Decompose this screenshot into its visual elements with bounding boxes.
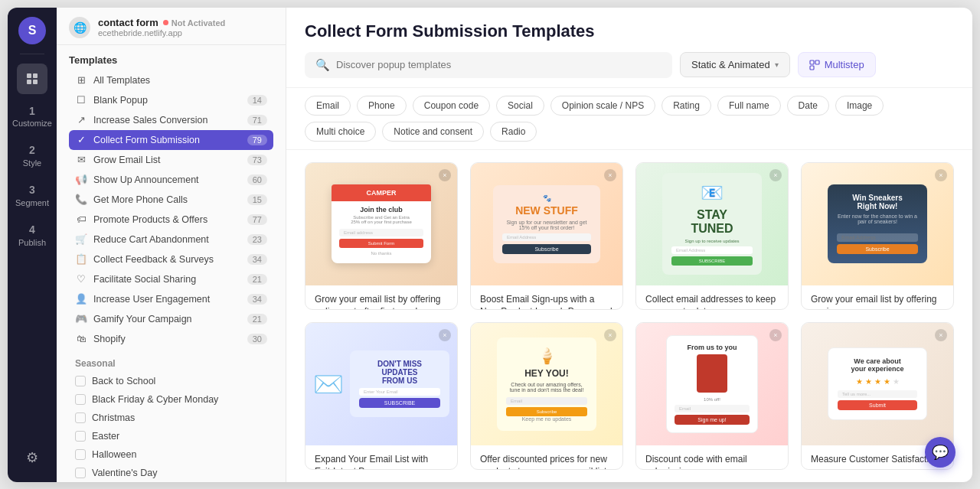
template-title-measure: Measure Customer Satisfaction	[811, 453, 944, 466]
filter-social[interactable]: Social	[496, 96, 544, 116]
settings-nav[interactable]: ⚙	[17, 442, 47, 473]
close-icon: ×	[935, 329, 947, 341]
template-preview-heyou: × 🍦 HEY YOU! Check out our amazing offer…	[471, 323, 622, 445]
fromus-mock: From us to you 10% off! Email Sign me up…	[666, 335, 758, 433]
template-card-exitintent[interactable]: × ✉️ DON'T MISSUPDATESFROM US Enter Your…	[305, 322, 458, 470]
easter-checkbox[interactable]	[75, 431, 86, 442]
sidebar-item-all-templates[interactable]: ⊞ All Templates	[69, 70, 273, 90]
fromus-image	[697, 354, 727, 393]
sidebar-item-engagement[interactable]: 👤 Increase User Engagement 34	[69, 289, 273, 309]
christmas-checkbox[interactable]	[75, 412, 86, 423]
filter-nps[interactable]: Opinion scale / NPS	[550, 96, 655, 116]
gear-icon: ⚙	[26, 449, 38, 466]
star-row: ★ ★ ★ ★ ★	[838, 377, 917, 386]
newstuff-mock: 🐾 NEW STUFF Sign up for our newsletter a…	[493, 185, 600, 263]
template-title-newstuff: Boost Email Sign-ups with a New Product …	[480, 293, 613, 310]
template-info-fromus: Discount code with email submission	[636, 445, 788, 470]
multistep-label: Multistep	[825, 59, 864, 70]
announce-icon: 📢	[75, 174, 87, 186]
site-url: ecethebride.netlify.app	[98, 28, 273, 37]
template-preview-fromus: × From us to you 10% off! Email Sign me …	[636, 323, 788, 445]
main-content: Collect Form Submission Templates 🔍 Stat…	[286, 8, 972, 482]
svg-rect-4	[810, 66, 814, 70]
heyou-mock: 🍦 HEY YOU! Check out our amazing offers,…	[497, 337, 596, 431]
filter-multichoice[interactable]: Multi choice	[305, 122, 376, 142]
template-info-exitintent: Expand Your Email List with Exit-Intent …	[305, 445, 457, 470]
sidebar-item-gamify[interactable]: 🎮 Gamify Your Campaign 21	[69, 309, 273, 329]
gamify-icon: 🎮	[75, 313, 87, 325]
sidebar-item-social[interactable]: ♡ Facilitate Social Sharing 21	[69, 269, 273, 289]
svg-rect-3	[815, 60, 819, 64]
sidebar-main-section: Templates ⊞ All Templates ☐ Blank Popup …	[57, 45, 286, 352]
sidebar-item-blank-popup[interactable]: ☐ Blank Popup 14	[69, 90, 273, 110]
template-preview-newstuff: × 🐾 NEW STUFF Sign up for our newsletter…	[471, 163, 622, 285]
sidebar-item-announcement[interactable]: 📢 Show Up Announcement 60	[69, 170, 273, 190]
phone-icon: 📞	[75, 194, 87, 206]
search-bar[interactable]: 🔍	[305, 52, 672, 78]
sidebar-item-collect-form[interactable]: ✓ Collect Form Submission 79	[69, 130, 273, 150]
left-navigation: S 1 Customize 2 Style 3 Segment 4 Publis…	[8, 8, 57, 482]
filter-date[interactable]: Date	[787, 96, 829, 116]
sidebar-item-grow-email[interactable]: ✉ Grow Email List 73	[69, 150, 273, 170]
halloween-checkbox[interactable]	[75, 449, 86, 460]
blank-icon: ☐	[75, 94, 87, 106]
template-title-staytuned: Collect email addresses to keep users up…	[645, 293, 779, 310]
template-preview-staytuned: × 📧 STAYTUNED Sign up to receive updates…	[636, 163, 788, 285]
measure-mock: We care aboutyour experience ★ ★ ★ ★ ★ T…	[828, 347, 927, 420]
step-3-segment[interactable]: 3 Segment	[11, 179, 54, 213]
black-friday-checkbox[interactable]	[75, 394, 86, 405]
template-grid: × CAMPER Join the club Subscribe and Get…	[286, 150, 972, 482]
template-title-camper: Grow your email list by offering a disco…	[315, 293, 448, 310]
filter-email[interactable]: Email	[305, 96, 351, 116]
step-4-publish[interactable]: 4 Publish	[14, 219, 51, 253]
filter-coupon[interactable]: Coupon code	[413, 96, 490, 116]
search-input[interactable]	[336, 59, 662, 70]
sidebar-item-increase-sales[interactable]: ↗ Increase Sales Conversion 71	[69, 110, 273, 130]
template-card-staytuned[interactable]: × 📧 STAYTUNED Sign up to receive updates…	[635, 162, 789, 310]
template-card-camper[interactable]: × CAMPER Join the club Subscribe and Get…	[305, 162, 458, 310]
chevron-down-icon: ▾	[775, 60, 779, 69]
template-card-heyou[interactable]: × 🍦 HEY YOU! Check out our amazing offer…	[470, 322, 623, 470]
template-card-sneakers[interactable]: × Win SneakersRight Now! Enter now for t…	[801, 162, 954, 310]
chat-bubble[interactable]: 💬	[925, 437, 956, 468]
valentines-checkbox[interactable]	[75, 468, 86, 478]
sidebar-item-cart[interactable]: 🛒 Reduce Cart Abandonment 23	[69, 230, 273, 249]
status-dot	[163, 20, 168, 25]
star-icon: ★	[865, 377, 872, 386]
sidebar-item-promote[interactable]: 🏷 Promote Products & Offers 77	[69, 210, 273, 230]
filter-radio[interactable]: Radio	[490, 122, 537, 142]
sidebar-item-phone[interactable]: 📞 Get More Phone Calls 15	[69, 190, 273, 210]
filter-notice-consent[interactable]: Notice and consent	[382, 122, 484, 142]
sidebar-item-feedback[interactable]: 📋 Collect Feedback & Surveys 34	[69, 249, 273, 269]
close-icon: ×	[439, 329, 451, 341]
step-2-style[interactable]: 2 Style	[18, 139, 46, 173]
seasonal-item-halloween[interactable]: Halloween	[69, 445, 273, 464]
dropdown-label: Static & Animated	[691, 59, 770, 70]
filter-fullname[interactable]: Full name	[717, 96, 781, 116]
sidebar-templates-title: Templates	[69, 54, 273, 66]
seasonal-item-easter[interactable]: Easter	[69, 427, 273, 445]
template-preview-sneakers: × Win SneakersRight Now! Enter now for t…	[802, 163, 953, 285]
seasonal-item-valentines[interactable]: Valentine's Day	[69, 464, 273, 482]
template-title-exitintent: Expand Your Email List with Exit-Intent …	[315, 453, 448, 470]
app-logo[interactable]: S	[18, 17, 46, 44]
filter-image[interactable]: Image	[835, 96, 884, 116]
template-card-fromus[interactable]: × From us to you 10% off! Email Sign me …	[635, 322, 789, 470]
static-animated-dropdown[interactable]: Static & Animated ▾	[680, 52, 790, 77]
star-icon: ★	[856, 377, 863, 386]
seasonal-item-christmas[interactable]: Christmas	[69, 409, 273, 427]
step-1-customize[interactable]: 1 Customize	[8, 100, 57, 134]
template-preview-measure: × We care aboutyour experience ★ ★ ★ ★ ★…	[802, 323, 953, 445]
template-card-newstuff[interactable]: × 🐾 NEW STUFF Sign up for our newsletter…	[470, 162, 623, 310]
page-title: Collect Form Submission Templates	[305, 21, 954, 41]
seasonal-item-back-to-school[interactable]: Back to School	[69, 372, 273, 390]
playbook-icon[interactable]	[17, 64, 47, 94]
multistep-button[interactable]: Multistep	[798, 52, 876, 77]
filter-rating[interactable]: Rating	[662, 96, 711, 116]
seasonal-item-black-friday[interactable]: Black Friday & Cyber Monday	[69, 390, 273, 409]
seasonal-title: Seasonal	[69, 352, 273, 372]
sidebar-header: 🌐 contact form Not Activated ecethebride…	[57, 8, 286, 45]
back-to-school-checkbox[interactable]	[75, 376, 86, 386]
sidebar-item-shopify[interactable]: 🛍 Shopify 30	[69, 329, 273, 349]
filter-phone[interactable]: Phone	[357, 96, 407, 116]
